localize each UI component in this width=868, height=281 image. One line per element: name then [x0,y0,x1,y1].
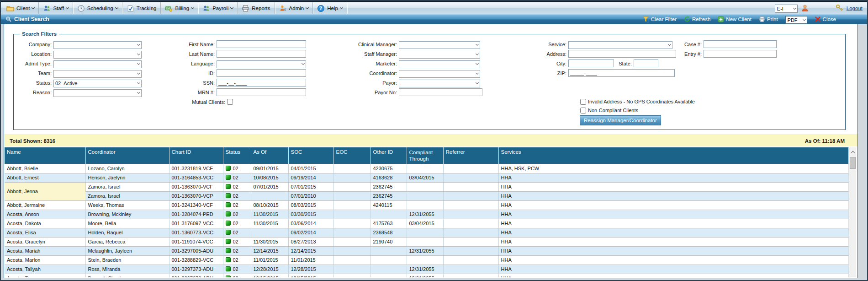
cell-chart-id: 001-3231819-VCF [169,164,223,173]
cell-status: 02 [223,173,251,182]
case-no-input[interactable] [704,40,777,48]
address-label: Address: [545,51,568,57]
menu-item-scheduling[interactable]: Scheduling [73,2,122,14]
status-label: Status: [21,80,53,86]
print-format-select[interactable]: PDF [785,16,807,24]
cell-coordinator: Zamora, Israel [85,191,169,200]
table-row[interactable]: Abbott, BrielleLozano, Carolyn001-323181… [5,164,848,173]
reason-select[interactable] [53,89,142,97]
print-button[interactable]: Print [759,16,778,22]
table-row[interactable]: Abbott, JennaZamora, Israel001-1363070-V… [5,182,848,191]
menu-label: Staff [53,5,64,11]
zip-input[interactable] [568,69,675,77]
cell-name: Acosta, Gracelyn [5,237,85,246]
cell-services: HHA, HSK, PCW [498,164,848,173]
col-header-chart-id[interactable]: Chart ID [169,147,223,164]
content-region: Search Filters Company: Location: Admit … [4,24,858,278]
cell-status: 02 [223,246,251,255]
staff-manager-select[interactable] [399,51,480,59]
close-button[interactable]: Close [815,16,836,22]
address-input[interactable] [568,50,676,58]
clinical-manager-select[interactable] [399,41,480,49]
first-name-input[interactable] [217,40,306,48]
table-row[interactable]: Abbott, ErnestHenson, Jaelynn001-3164853… [5,173,848,182]
language-select[interactable] [217,60,306,68]
table-row[interactable]: Acosta, TrumanBennett, Shayla001-3297073… [5,274,848,277]
location-select[interactable] [53,51,142,59]
cell-name: Acosta, Taliyah [5,265,85,274]
payor-no-input[interactable] [399,88,482,96]
col-header-services[interactable]: Services [498,147,848,164]
admit-type-select[interactable] [53,60,142,68]
service-select[interactable] [568,41,672,49]
menu-item-payroll[interactable]: Payroll [198,2,238,14]
menu-item-help[interactable]: ? Help [313,2,347,14]
user-avatar-icon[interactable] [801,4,809,12]
logout-link[interactable]: Logout [847,5,863,11]
table-row[interactable]: Zamora, Israel001-1363070-VCP0207/01/201… [5,191,848,200]
state-input[interactable] [634,59,658,67]
entry-no-input[interactable] [704,50,777,58]
chevron-down-icon [66,5,69,9]
cell-eoc [333,164,370,173]
table-row[interactable]: Acosta, MariahMclaughlin, Jayleen001-329… [5,246,848,255]
mrn-input[interactable] [217,88,306,96]
table-vertical-scrollbar[interactable] [848,147,856,277]
ssn-input[interactable] [217,79,306,86]
company-select[interactable] [53,41,142,49]
cell-eoc [333,200,370,210]
col-header-compliant-through[interactable]: Compliant Through [407,147,443,164]
menu-item-admin[interactable]: Admin [275,2,313,14]
cell-soc: 08/27/2013 [288,237,333,246]
status-green-icon [226,211,231,216]
city-label: City: [545,61,568,66]
table-row[interactable]: Acosta, ElisaHolden, Raquel001-1360773-V… [5,228,848,237]
col-header-name[interactable]: Name [5,147,85,164]
table-row[interactable]: Abbott, JermaineWeeks, Thomas001-3241340… [5,200,848,210]
menu-item-client[interactable]: Client [2,2,39,14]
menu-item-staff[interactable]: Staff [39,2,73,14]
menu-item-reports[interactable]: Reports [238,2,275,14]
col-header-status[interactable]: Status [223,147,251,164]
status-green-icon [226,202,231,207]
table-row[interactable]: Acosta, TaliyahRoss, Miranda001-3297373-… [5,265,848,274]
col-header-coordinator[interactable]: Coordinator [85,147,169,164]
cell-status: 02 [223,182,251,191]
status-select[interactable]: 02- Active [53,80,142,87]
reassign-manager-coordinator-button[interactable]: Reassign Manager/Coordinator [580,115,661,125]
table-row[interactable]: Acosta, MarlonStein, Braeden001-3288829-… [5,255,848,265]
marketer-select[interactable] [399,60,480,68]
menu-item-billing[interactable]: Billing [161,2,198,14]
col-header-as-of[interactable]: As Of [251,147,288,164]
col-header-other-id[interactable]: Other ID [370,147,407,164]
scrollbar-thumb[interactable] [850,157,856,169]
table-row[interactable]: Acosta, AnsonBrowning, Mckinley001-32840… [5,210,848,219]
invalid-address-checkbox[interactable] [580,99,586,105]
col-header-eoc[interactable]: EOC [333,147,370,164]
col-header-referrer[interactable]: Referrer [443,147,498,164]
entity-select[interactable]: E-I [775,5,798,13]
team-select[interactable] [53,70,142,78]
menu-item-tracking[interactable]: Tracking [122,2,161,14]
cell-services: HHA [498,274,848,277]
cell-coordinator: Bennett, Shayla [85,274,169,277]
refresh-button[interactable]: Refresh [684,16,710,22]
id-input[interactable] [217,69,306,77]
col-header-soc[interactable]: SOC [288,147,333,164]
non-compliant-checkbox[interactable] [580,108,586,113]
clear-filter-button[interactable]: Clear Filter [643,16,677,22]
coordinator-select[interactable] [399,70,480,78]
new-client-button[interactable]: New Client [718,16,752,22]
last-name-input[interactable] [217,50,306,58]
mutual-clients-checkbox[interactable] [227,99,233,105]
cell-status: 02 [223,210,251,219]
city-input[interactable] [568,59,614,67]
payor-select[interactable] [399,80,480,87]
table-row[interactable]: Acosta, DakotaMoore, Bella001-3176097-VC… [5,219,848,228]
scroll-up-arrow-icon[interactable] [849,148,857,156]
cell-status: 02 [223,274,251,277]
main-menubar: Client Staff Scheduling Tracking Billing… [1,2,867,14]
table-row[interactable]: Acosta, GracelynGarcia, Rebecca001-11910… [5,237,848,246]
cell-status: 02 [223,265,251,274]
refresh-icon [684,16,690,22]
